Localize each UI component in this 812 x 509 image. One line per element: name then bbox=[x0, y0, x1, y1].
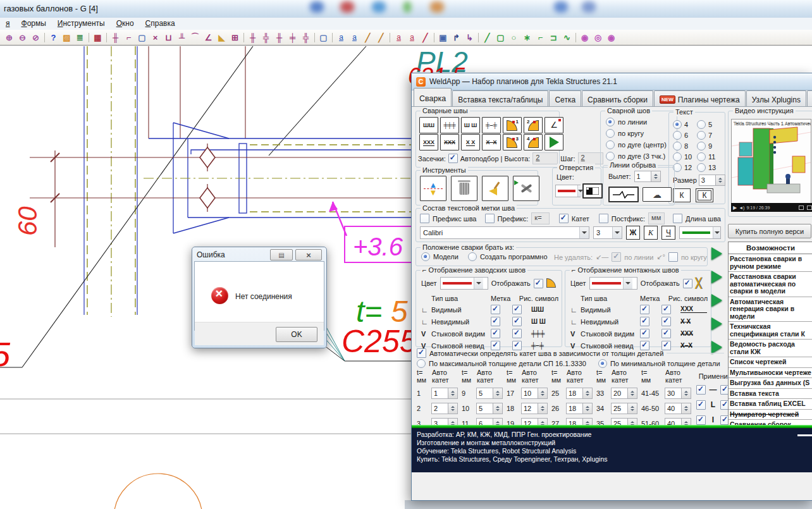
fullscreen-icon[interactable] bbox=[807, 205, 812, 210]
serifs-checkbox[interactable] bbox=[448, 154, 458, 163]
toolbar-icon[interactable] bbox=[574, 31, 578, 44]
by-circle-checkbox[interactable] bbox=[668, 252, 678, 262]
toolbar-icon[interactable] bbox=[242, 31, 246, 44]
symbol-checkbox[interactable] bbox=[512, 305, 522, 314]
menu-item[interactable]: Окно bbox=[111, 18, 140, 29]
show-checkbox[interactable] bbox=[683, 279, 692, 288]
cathetus-spinner[interactable]: 20 bbox=[611, 388, 637, 399]
toolbar-icon[interactable]: ⊖ bbox=[16, 31, 29, 44]
shop-color-combo[interactable] bbox=[440, 277, 488, 290]
min-thickness-radio[interactable] bbox=[598, 359, 607, 368]
cathetus-spinner[interactable]: 18 bbox=[566, 388, 593, 399]
toolbar-icon[interactable]: a bbox=[348, 31, 361, 44]
show-checkbox[interactable] bbox=[534, 279, 543, 288]
toolbar-icon[interactable]: ╨ bbox=[175, 31, 188, 44]
toolbar-icon[interactable]: ⌒ bbox=[188, 31, 202, 44]
toolbar-icon[interactable]: ↳ bbox=[463, 31, 476, 44]
apply-checkbox[interactable] bbox=[696, 415, 706, 425]
prefix-checkbox[interactable] bbox=[485, 214, 495, 223]
symbol-checkbox[interactable] bbox=[661, 317, 671, 326]
toolbar-icon[interactable]: ⌐ bbox=[122, 31, 135, 44]
toolbar-icon[interactable]: ? bbox=[47, 31, 60, 44]
cathetus-spinner[interactable]: 12 bbox=[521, 403, 548, 414]
prefix-field[interactable]: к= bbox=[531, 212, 549, 224]
toolbar-icon[interactable]: ╫ bbox=[109, 31, 122, 44]
weld-symbol-button[interactable]: XXX bbox=[419, 134, 438, 150]
toolbar-icon[interactable]: ⊐ bbox=[547, 31, 560, 44]
toolbar-icon[interactable]: ○ bbox=[507, 31, 520, 44]
text-size-option[interactable]: 12 bbox=[673, 162, 697, 173]
close-icon[interactable]: × bbox=[295, 249, 322, 261]
toolbar-icon[interactable] bbox=[87, 31, 91, 44]
app-titlebar[interactable]: газовых баллонов - G [4] bbox=[0, 0, 812, 18]
toolbar-icon[interactable]: ╫ bbox=[273, 31, 286, 44]
zigzag-break-button[interactable] bbox=[608, 187, 639, 202]
height-field[interactable]: 2 bbox=[532, 152, 558, 164]
settings-icon[interactable] bbox=[799, 205, 804, 210]
toolbar-icon[interactable]: ⌐ bbox=[534, 31, 547, 44]
weld-symbol-button[interactable] bbox=[544, 134, 563, 150]
auto-cathetus-checkbox[interactable] bbox=[417, 348, 426, 358]
mark-checkbox[interactable] bbox=[491, 317, 500, 326]
toolbar-icon[interactable]: ╱ bbox=[481, 31, 494, 44]
toolbar-icon[interactable] bbox=[312, 31, 317, 44]
toolbar-icon[interactable]: ╪ bbox=[286, 31, 299, 44]
k-button-1[interactable]: К bbox=[673, 188, 691, 202]
line-style-combo[interactable] bbox=[679, 226, 721, 239]
text-size-option[interactable]: 5 bbox=[697, 119, 721, 130]
postfix-checkbox[interactable] bbox=[599, 214, 608, 223]
toolbar-icon[interactable] bbox=[104, 31, 109, 44]
mark-checkbox[interactable] bbox=[640, 329, 649, 338]
text-size-option[interactable]: 8 bbox=[673, 140, 697, 151]
cathetus-spinner[interactable]: 10 bbox=[521, 388, 548, 399]
text-size-option[interactable]: 10 bbox=[673, 151, 697, 162]
toolbar-icon[interactable]: ◣ bbox=[215, 31, 228, 44]
toolbar-icon[interactable]: ▢ bbox=[135, 31, 149, 44]
toolbar-icon[interactable]: ∿ bbox=[560, 31, 574, 44]
max-thickness-radio[interactable] bbox=[417, 359, 426, 368]
toolbar-icon[interactable]: ≣ bbox=[73, 31, 87, 44]
tab[interactable]: Сравнить сборки bbox=[582, 90, 653, 106]
move-updown-button[interactable]: ▲ ▼ bbox=[420, 176, 446, 201]
menu-item[interactable]: Инструменты bbox=[52, 18, 111, 29]
cathetus-spinner[interactable]: 40 bbox=[665, 403, 691, 414]
font-combo[interactable]: Calibri bbox=[420, 226, 589, 239]
toolbar-icon[interactable] bbox=[42, 31, 47, 44]
offset-spinner[interactable]: 1 bbox=[634, 171, 661, 182]
mark-checkbox[interactable] bbox=[640, 317, 649, 326]
cathetus-spinner[interactable]: 5 bbox=[476, 403, 503, 414]
toolbar-icon[interactable]: a bbox=[405, 31, 419, 44]
seam-mode-option[interactable]: по линии bbox=[606, 118, 667, 126]
apply-checkbox[interactable] bbox=[696, 385, 706, 395]
apply-arrow-button[interactable] bbox=[711, 271, 722, 283]
toolbar-icon[interactable]: a bbox=[392, 31, 405, 44]
site-color-combo[interactable] bbox=[589, 277, 637, 290]
weld-symbol-button[interactable]: 1 bbox=[503, 117, 522, 133]
apply-arrow-button[interactable] bbox=[711, 247, 722, 260]
toolbar-icon[interactable] bbox=[476, 31, 481, 44]
position-option[interactable]: Модели bbox=[421, 252, 458, 261]
clean-button[interactable] bbox=[482, 176, 508, 201]
mark-checkbox[interactable] bbox=[491, 329, 500, 338]
weld-symbol-button[interactable]: 4 bbox=[524, 134, 543, 150]
seam-mode-option[interactable]: по дуге (центр) bbox=[606, 140, 667, 149]
cathetus-spinner[interactable]: 5 bbox=[476, 388, 503, 399]
toolbar-icon[interactable]: ╬ bbox=[299, 31, 312, 44]
tab[interactable]: Сетка bbox=[549, 90, 581, 106]
toolbar-icon[interactable]: ▢ bbox=[317, 31, 330, 44]
apply-arrow-button[interactable] bbox=[711, 317, 722, 330]
seam-mode-option[interactable]: по кругу bbox=[606, 129, 667, 138]
toolbar-icon[interactable]: ╱ bbox=[361, 31, 374, 44]
italic-button[interactable]: К bbox=[644, 226, 658, 240]
symbol-checkbox[interactable] bbox=[512, 317, 522, 326]
step-field[interactable]: 2 bbox=[578, 152, 603, 164]
weld-symbol-button[interactable]: ∠ 2 bbox=[544, 117, 563, 133]
toolbar-icon[interactable]: ▨ bbox=[60, 31, 73, 44]
toolbar-icon[interactable]: ↱ bbox=[450, 31, 463, 44]
cathetus-checkbox[interactable] bbox=[559, 214, 569, 223]
position-option[interactable]: Создать программно bbox=[468, 252, 548, 261]
ok-button[interactable]: OK bbox=[276, 327, 317, 342]
toolbar-icon[interactable]: ◎ bbox=[591, 31, 605, 44]
volume-icon[interactable]: ◄) bbox=[739, 205, 744, 210]
window-menu-icon[interactable]: ▤ bbox=[270, 249, 293, 261]
